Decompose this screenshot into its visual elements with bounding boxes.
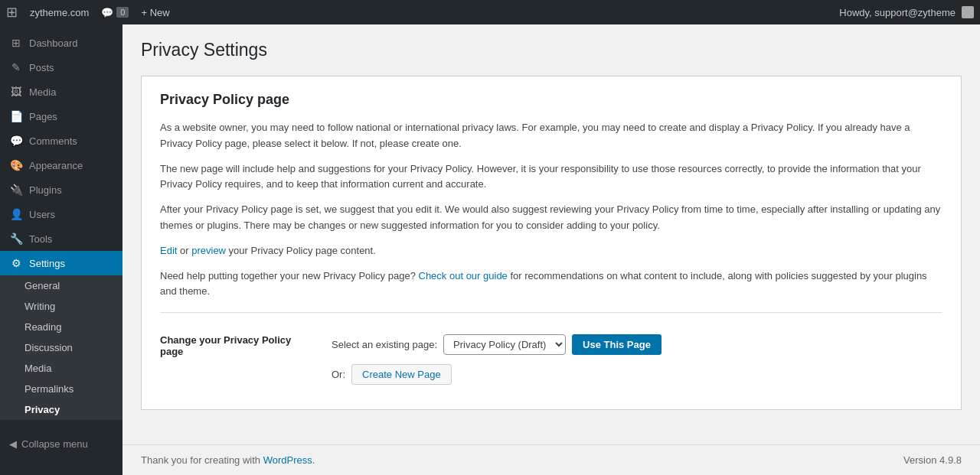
settings-submenu: General Writing Reading Discussion Media…	[0, 275, 122, 420]
new-content-link[interactable]: + New	[141, 7, 169, 18]
sidebar-item-plugins[interactable]: 🔌 Plugins	[0, 177, 122, 202]
intro-paragraph-1: As a website owner, you may need to foll…	[160, 120, 942, 152]
wp-logo-icon[interactable]: ⊞	[6, 4, 18, 21]
edit-preview-paragraph: Edit or preview your Privacy Policy page…	[160, 243, 942, 259]
or-text: or	[177, 245, 191, 256]
guide-link[interactable]: Check out our guide	[419, 270, 508, 281]
sidebar-item-comments[interactable]: 💬 Comments	[0, 129, 122, 153]
main-content: Privacy Settings Privacy Policy page As …	[122, 24, 980, 444]
page-select[interactable]: Privacy Policy (Draft)	[443, 334, 566, 355]
footer: Thank you for creating with WordPress. V…	[122, 444, 980, 475]
dashboard-icon: ⊞	[9, 37, 23, 49]
select-label: Select an existing page:	[332, 339, 437, 350]
or-label: Or:	[332, 369, 345, 380]
create-new-row: Or: Create New Page	[332, 364, 662, 385]
plugins-icon: 🔌	[9, 184, 23, 196]
guide-paragraph: Need help putting together your new Priv…	[160, 268, 942, 301]
collapse-menu-button[interactable]: ◀ Collapse menu	[0, 432, 122, 456]
sidebar-item-label: Appearance	[29, 160, 83, 171]
submenu-item-reading[interactable]: Reading	[0, 317, 122, 337]
change-policy-label: Change your Privacy Policy page	[160, 334, 313, 357]
site-name-link[interactable]: zytheme.com	[30, 7, 89, 18]
submenu-item-media[interactable]: Media	[0, 358, 122, 379]
footer-thank-you: Thank you for creating with WordPress.	[141, 454, 315, 466]
change-policy-controls: Select an existing page: Privacy Policy …	[332, 334, 662, 385]
tools-icon: 🔧	[9, 233, 23, 245]
collapse-label: Collapse menu	[21, 438, 88, 450]
posts-icon: ✎	[9, 61, 23, 73]
version-text: Version 4.9.8	[903, 454, 962, 466]
comments-link[interactable]: 💬 0	[101, 7, 129, 18]
sidebar-item-users[interactable]: 👤 Users	[0, 202, 122, 226]
comments-icon: 💬	[9, 135, 23, 147]
select-existing-row: Select an existing page: Privacy Policy …	[332, 334, 662, 355]
sidebar-item-label: Users	[29, 209, 55, 220]
create-new-page-button[interactable]: Create New Page	[351, 364, 452, 385]
sidebar-item-tools[interactable]: 🔧 Tools	[0, 226, 122, 251]
admin-bar: ⊞ zytheme.com 💬 0 + New Howdy, support@z…	[0, 0, 980, 24]
howdy-text: Howdy, support@zytheme	[839, 7, 956, 18]
sidebar-item-label: Tools	[29, 233, 52, 245]
sidebar-item-label: Dashboard	[29, 37, 78, 49]
sidebar-item-label: Posts	[29, 62, 54, 73]
sidebar-item-label: Pages	[29, 111, 57, 122]
use-this-page-button[interactable]: Use This Page	[572, 334, 662, 355]
intro-paragraph-3: After your Privacy Policy page is set, w…	[160, 202, 942, 234]
appearance-icon: 🎨	[9, 159, 23, 171]
submenu-item-writing[interactable]: Writing	[0, 296, 122, 317]
sidebar-item-media[interactable]: 🖼 Media	[0, 80, 122, 104]
intro-paragraph-2: The new page will include help and sugge…	[160, 161, 942, 194]
comment-count: 0	[116, 7, 129, 18]
sidebar-item-settings[interactable]: ⚙ Settings	[0, 251, 122, 275]
sidebar-item-dashboard[interactable]: ⊞ Dashboard	[0, 31, 122, 55]
edit-link[interactable]: Edit	[160, 245, 177, 256]
help-text: Need help putting together your new Priv…	[160, 270, 416, 281]
sidebar-item-label: Comments	[29, 135, 77, 147]
users-icon: 👤	[9, 208, 23, 220]
user-avatar[interactable]	[962, 6, 974, 18]
sidebar-item-label: Settings	[29, 258, 65, 269]
content-box: Privacy Policy page As a website owner, …	[141, 76, 962, 410]
sidebar-item-pages[interactable]: 📄 Pages	[0, 104, 122, 129]
sidebar-item-posts[interactable]: ✎ Posts	[0, 55, 122, 80]
sidebar: ⊞ Dashboard ✎ Posts 🖼 Media 📄 Pages 💬 Co…	[0, 24, 122, 475]
collapse-icon: ◀	[9, 438, 17, 450]
settings-icon: ⚙	[9, 257, 23, 269]
submenu-item-permalinks[interactable]: Permalinks	[0, 379, 122, 399]
edit-suffix: your Privacy Policy page content.	[226, 245, 376, 256]
submenu-item-privacy[interactable]: Privacy	[0, 399, 122, 420]
section-title: Privacy Policy page	[160, 92, 942, 108]
wordpress-link[interactable]: WordPress	[263, 454, 312, 466]
media-icon: 🖼	[9, 86, 23, 98]
sidebar-item-appearance[interactable]: 🎨 Appearance	[0, 153, 122, 177]
submenu-item-general[interactable]: General	[0, 275, 122, 296]
preview-link[interactable]: preview	[191, 245, 226, 256]
sidebar-item-label: Plugins	[29, 184, 62, 196]
change-policy-section: Change your Privacy Policy page Select a…	[160, 325, 942, 394]
section-divider	[160, 312, 942, 313]
pages-icon: 📄	[9, 110, 23, 122]
submenu-item-discussion[interactable]: Discussion	[0, 337, 122, 358]
sidebar-item-label: Media	[29, 86, 56, 98]
page-title: Privacy Settings	[141, 40, 962, 60]
